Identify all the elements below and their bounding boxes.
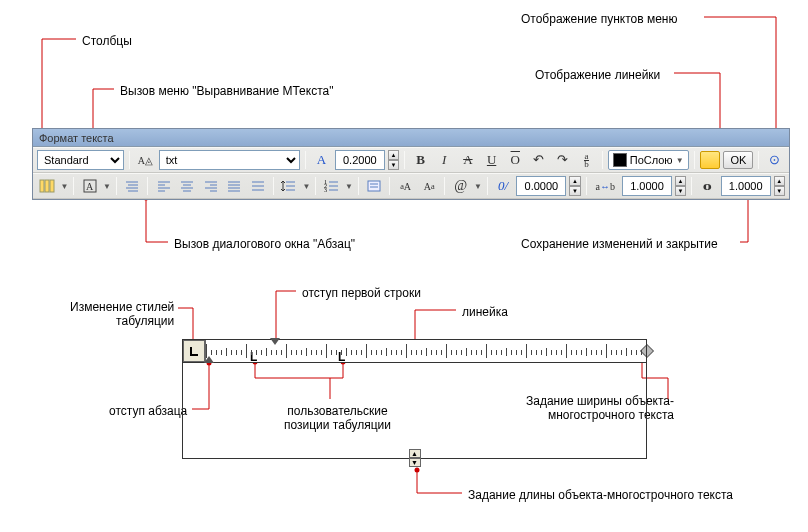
text-height-spinner[interactable]: ▲▼ — [388, 150, 399, 170]
callout-tab-style: Изменение стилей табуляции — [70, 300, 174, 328]
svg-point-13 — [415, 468, 420, 473]
line-spacing-dropdown[interactable]: ▼ — [302, 182, 310, 191]
svg-rect-15 — [45, 180, 49, 192]
align-right-button[interactable] — [200, 176, 221, 196]
align-left-button[interactable] — [153, 176, 174, 196]
callout-mtext-align: Вызов меню "Выравнивание МТекста" — [120, 84, 333, 98]
bold-button[interactable]: B — [410, 150, 431, 170]
width-factor-label: o — [693, 176, 722, 196]
svg-rect-51 — [368, 181, 380, 191]
callout-ruler-display: Отображение линейки — [535, 68, 660, 82]
mtext-align-button[interactable]: A — [79, 176, 100, 196]
overline-button[interactable]: O — [505, 150, 526, 170]
oblique-spinner[interactable]: ▲▼ — [569, 176, 580, 196]
toolbar-title: Формат текста — [33, 129, 789, 147]
svg-rect-16 — [50, 180, 54, 192]
tracking-spinner[interactable]: ▲▼ — [675, 176, 686, 196]
width-factor-input[interactable] — [721, 176, 771, 196]
annotative-icon: A◬ — [135, 150, 156, 170]
numbering-button[interactable]: 123 — [321, 176, 342, 196]
callout-columns: Столбцы — [82, 34, 132, 48]
svg-rect-14 — [40, 180, 44, 192]
symbol-dropdown[interactable]: ▼ — [474, 182, 482, 191]
italic-button[interactable]: I — [434, 150, 455, 170]
text-height-input[interactable] — [335, 150, 385, 170]
align-justify-button[interactable] — [224, 176, 245, 196]
symbol-button[interactable]: @ — [450, 176, 471, 196]
callout-menu-items: Отображение пунктов меню — [521, 12, 677, 26]
callout-para-indent: отступ абзаца — [109, 404, 187, 418]
color-select[interactable]: ПоСлою ▼ — [608, 150, 689, 170]
redo-button[interactable]: ↷ — [552, 150, 573, 170]
callout-first-line-indent: отступ первой строки — [302, 286, 421, 300]
callout-set-length: Задание длины объекта-многострочного тек… — [468, 488, 733, 502]
line-spacing-button[interactable] — [279, 176, 300, 196]
toolbar-row-1: Standard A◬ txt A ▲▼ B I A U O ↶ ↷ ab По… — [33, 147, 789, 173]
align-distribute-button[interactable] — [247, 176, 268, 196]
color-label: ПоСлою — [630, 154, 673, 166]
tracking-input[interactable] — [622, 176, 672, 196]
text-format-toolbar: Формат текста Standard A◬ txt A ▲▼ B I A… — [32, 128, 790, 200]
ruler-toggle-button[interactable] — [700, 151, 721, 169]
svg-text:A: A — [86, 181, 94, 192]
insert-field-button[interactable] — [364, 176, 385, 196]
options-button[interactable]: ⊙ — [764, 150, 785, 170]
toolbar-row-2: ▼ A ▼ ▼ 123 ▼ aA Aa @ ▼ 0/ ▲▼ a↔b — [33, 173, 789, 199]
stack-button[interactable]: ab — [576, 150, 597, 170]
align-center-button[interactable] — [177, 176, 198, 196]
oblique-label: 0/ — [493, 176, 514, 196]
callout-ruler: линейка — [462, 305, 508, 319]
callout-paragraph-dialog: Вызов диалогового окна "Абзац" — [174, 237, 355, 251]
strike-button[interactable]: A — [458, 150, 479, 170]
columns-button[interactable] — [37, 176, 58, 196]
underline-button[interactable]: U — [481, 150, 502, 170]
svg-text:3: 3 — [324, 187, 327, 193]
text-a-icon[interactable]: A — [311, 150, 332, 170]
ok-button[interactable]: OK — [723, 151, 753, 169]
tracking-label: a↔b — [592, 176, 619, 196]
mtext-align-dropdown[interactable]: ▼ — [103, 182, 111, 191]
width-factor-spinner[interactable]: ▲▼ — [774, 176, 785, 196]
style-select[interactable]: Standard — [37, 150, 124, 170]
columns-dropdown[interactable]: ▼ — [61, 182, 69, 191]
numbering-dropdown[interactable]: ▼ — [345, 182, 353, 191]
font-select[interactable]: txt — [159, 150, 300, 170]
mtext-editor-box[interactable]: ▲▼ — [182, 339, 647, 459]
lowercase-button[interactable]: Aa — [419, 176, 440, 196]
oblique-input[interactable] — [516, 176, 566, 196]
uppercase-button[interactable]: aA — [395, 176, 416, 196]
callout-save-close: Сохранение изменений и закрытие — [521, 237, 718, 251]
color-swatch — [613, 153, 627, 167]
paragraph-button[interactable] — [122, 176, 143, 196]
length-handle[interactable]: ▲▼ — [409, 449, 421, 467]
undo-button[interactable]: ↶ — [529, 150, 550, 170]
